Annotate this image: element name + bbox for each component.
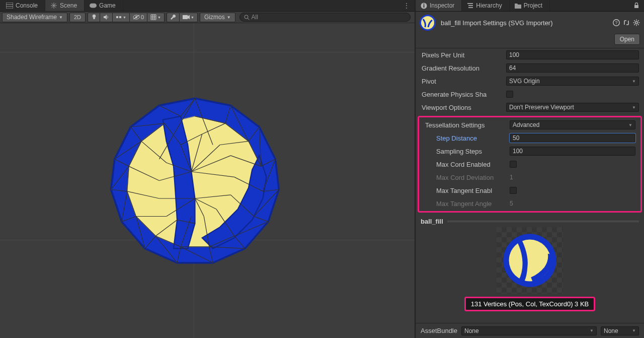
svg-line-111: [634, 24, 635, 25]
scene-panel: Console Scene Game ⋮ Shaded Wireframe ▼ …: [0, 0, 415, 338]
step-distance-input[interactable]: 50: [510, 133, 635, 143]
hidden-toggle[interactable]: 0: [129, 13, 147, 22]
folder-icon: [515, 3, 521, 9]
tool-a[interactable]: [167, 13, 179, 22]
tessellation-highlight-box: Tessellation Settings Advanced Step Dist…: [418, 116, 642, 213]
viewport-options-label: Viewport Options: [422, 104, 503, 111]
scene-search[interactable]: All: [239, 13, 411, 22]
fx-toggle[interactable]: ▼: [112, 13, 129, 22]
hidden-count: 0: [141, 14, 144, 20]
svg-text:?: ?: [615, 20, 617, 25]
scene-tools-group: ▼: [167, 13, 198, 22]
generate-physics-checkbox[interactable]: [506, 91, 513, 98]
max-cord-enabled-checkbox[interactable]: [510, 161, 517, 168]
console-icon: [6, 3, 13, 9]
sampling-steps-input[interactable]: 100: [510, 147, 635, 156]
tab-game[interactable]: Game: [85, 0, 123, 11]
viewport-options-select[interactable]: Don't Preserve Viewport: [506, 103, 639, 112]
preset-icon[interactable]: [623, 19, 630, 26]
max-cord-deviation-value: 1: [510, 174, 513, 181]
caret-down-icon: ▼: [191, 16, 194, 19]
scene-viewport[interactable]: [0, 23, 415, 338]
inspector-panel: Inspector Hierarchy Project: [415, 0, 644, 338]
caret-down-icon: ▼: [157, 16, 161, 19]
shading-mode-dropdown[interactable]: Shaded Wireframe ▼: [2, 13, 67, 22]
pixels-per-unit-input[interactable]: 100: [506, 50, 639, 59]
help-icon[interactable]: ?: [613, 19, 620, 26]
prop-max-cord-enabled: Max Cord Enabled: [419, 158, 640, 171]
shading-mode-label: Shaded Wireframe: [7, 14, 57, 21]
game-icon: [90, 3, 97, 8]
speaker-icon: [103, 14, 109, 20]
svg-line-110: [638, 20, 639, 21]
gizmos-dropdown[interactable]: Gizmos ▼: [200, 13, 235, 22]
asset-thumbnail-icon: [420, 15, 436, 31]
svg-rect-8: [90, 4, 97, 8]
ball-mesh: [106, 91, 284, 270]
grid-icon: [150, 14, 156, 20]
svg-marker-18: [188, 15, 190, 19]
asset-bundle-select[interactable]: None: [461, 326, 597, 335]
svg-rect-0: [6, 3, 13, 9]
max-cord-enabled-label: Max Cord Enabled: [436, 161, 507, 168]
preview-checker-bg: [497, 227, 563, 294]
tab-inspector[interactable]: Inspector: [416, 0, 462, 11]
scene-view-toggles: ▼ 0 ▼: [88, 13, 165, 22]
svg-rect-13: [119, 16, 121, 18]
svg-rect-17: [183, 15, 188, 19]
asset-bundle-label: AssetBundle: [421, 327, 457, 334]
2d-toggle[interactable]: 2D: [69, 13, 86, 22]
caret-down-icon: ▼: [59, 15, 63, 20]
max-tangent-angle-value: 5: [510, 200, 513, 207]
grid-toggle[interactable]: ▼: [147, 13, 165, 22]
left-tab-menu[interactable]: ⋮: [398, 0, 415, 11]
prop-max-tangent-angle: Max Tangent Angle 5: [419, 197, 640, 210]
asset-bundle-variant-select[interactable]: None: [601, 326, 639, 335]
tab-hierarchy[interactable]: Hierarchy: [462, 0, 509, 11]
camera-dropdown[interactable]: ▼: [179, 13, 198, 22]
max-tangent-angle-label: Max Tangent Angle: [436, 200, 507, 208]
audio-toggle[interactable]: [100, 13, 112, 22]
gear-icon[interactable]: [633, 19, 640, 26]
tab-hierarchy-label: Hierarchy: [476, 2, 502, 9]
max-cord-deviation-label: Max Cord Deviation: [436, 174, 507, 181]
fx-icon: [116, 14, 122, 20]
lighting-toggle[interactable]: [88, 13, 100, 22]
step-distance-label: Step Distance: [436, 134, 507, 142]
right-tab-row: Inspector Hierarchy Project: [416, 0, 644, 12]
svg-rect-97: [467, 3, 473, 4]
wrench-icon: [170, 14, 176, 20]
prop-pivot: Pivot SVG Origin: [416, 75, 644, 88]
section-divider: [447, 221, 639, 222]
tab-project[interactable]: Project: [510, 0, 550, 11]
prop-tessellation-settings: Tessellation Settings Advanced: [419, 118, 640, 131]
tab-inspector-label: Inspector: [430, 2, 454, 9]
tessellation-settings-select[interactable]: Advanced: [510, 120, 635, 129]
prop-sampling-steps: Sampling Steps 100: [419, 145, 640, 158]
inspector-lock[interactable]: [629, 0, 644, 11]
pivot-select[interactable]: SVG Origin: [506, 77, 639, 86]
tessellation-settings-label: Tessellation Settings: [425, 121, 507, 129]
tab-scene[interactable]: Scene: [45, 0, 85, 11]
hierarchy-icon: [467, 3, 473, 9]
prop-viewport-options: Viewport Options Don't Preserve Viewport: [416, 101, 644, 114]
tab-console[interactable]: Console: [1, 0, 45, 11]
max-tangent-enabled-checkbox[interactable]: [510, 187, 517, 194]
tab-scene-label: Scene: [60, 2, 77, 9]
open-button[interactable]: Open: [614, 34, 640, 45]
gradient-resolution-input[interactable]: 64: [506, 63, 639, 73]
left-tab-row: Console Scene Game ⋮: [0, 0, 415, 12]
svg-point-19: [245, 15, 248, 19]
prop-max-tangent-enabled: Max Tangent Enabl: [419, 184, 640, 197]
asset-header: ball_fill Import Settings (SVG Importer)…: [416, 12, 644, 48]
asset-bundle-row: AssetBundle None None: [416, 323, 644, 338]
prop-generate-physics: Generate Physics Sha: [416, 88, 644, 101]
svg-rect-98: [468, 5, 473, 6]
generate-physics-label: Generate Physics Sha: [422, 91, 503, 98]
svg-point-96: [423, 4, 424, 5]
preview-section: ball_fill 131 Vertices (Pos, Col, TexCoo…: [416, 215, 644, 311]
svg-point-103: [635, 22, 637, 24]
svg-marker-11: [104, 15, 107, 20]
svg-line-20: [248, 18, 249, 20]
svg-rect-99: [468, 7, 473, 8]
